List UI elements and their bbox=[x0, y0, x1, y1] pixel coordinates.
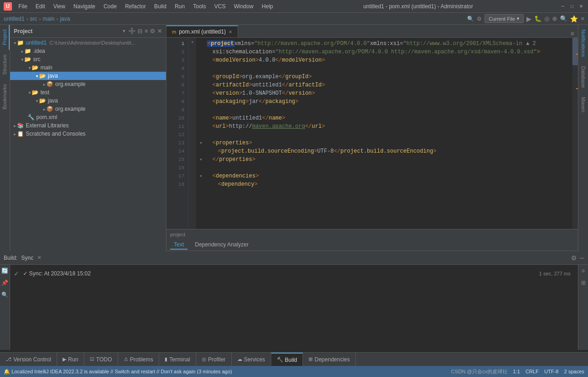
tree-item-java-test[interactable]: ▾ 📂 java bbox=[10, 97, 166, 105]
xml-tab-dep-analyzer[interactable]: Dependency Analyzer bbox=[191, 240, 252, 250]
footer-tab-version-control[interactable]: ⎇ Version Control bbox=[0, 353, 57, 366]
status-message[interactable]: 🔔 Localized IntelliJ IDEA 2022.3.2 is av… bbox=[4, 369, 355, 375]
tab-close-icon[interactable]: ✕ bbox=[228, 29, 232, 34]
status-indent[interactable]: 2 spaces bbox=[564, 369, 584, 374]
code-content[interactable]: <project xmlns="http://maven.apache.org/… bbox=[196, 38, 572, 229]
build-side-icons: 🔄 📌 🔍 bbox=[0, 265, 10, 350]
menu-item-code[interactable]: Code bbox=[100, 2, 120, 11]
tree-item-org-example-main[interactable]: ▸ 📦 org.example bbox=[10, 80, 166, 88]
search-icon[interactable]: 🔍 bbox=[467, 16, 474, 22]
sidebar-item-bookmarks[interactable]: Bookmarks bbox=[0, 80, 10, 114]
line-num-6: 6 bbox=[166, 81, 188, 89]
status-bar: 🔔 Localized IntelliJ IDEA 2022.3.2 is av… bbox=[0, 366, 588, 377]
panel-dropdown-icon[interactable]: ▾ bbox=[123, 28, 126, 34]
minimize-button[interactable]: ─ bbox=[559, 3, 566, 10]
scroll-indicator[interactable] bbox=[572, 38, 578, 229]
build-tab-close-icon[interactable]: ✕ bbox=[37, 255, 41, 261]
build-expand-icon[interactable]: ⊞ bbox=[580, 277, 587, 289]
tree-item-org-example-test[interactable]: ▸ 📦 org.example bbox=[10, 105, 166, 113]
build-filter-icon[interactable]: ≡ bbox=[580, 265, 586, 277]
footer-tab-profiler[interactable]: ◎ Profiler bbox=[196, 353, 232, 366]
tree-item-scratches[interactable]: ▸ 📋 Scratches and Consoles bbox=[10, 130, 166, 138]
status-charset[interactable]: UTF-8 bbox=[544, 369, 559, 374]
fold-icon-17[interactable]: ▾ bbox=[200, 173, 207, 179]
tree-item-idea[interactable]: ▸ 📁 .idea bbox=[10, 47, 166, 55]
tree-item-external-libraries[interactable]: ▸ 📚 External Libraries bbox=[10, 121, 166, 130]
tree-item-main[interactable]: ▾ 📂 main bbox=[10, 63, 166, 72]
tree-item-root[interactable]: ▾ 📁 untitled1 C:\Users\Administrator\Des… bbox=[10, 39, 166, 47]
menu-item-vcs[interactable]: VCS bbox=[211, 2, 229, 11]
terminal-icon: ▮ bbox=[165, 356, 167, 362]
menu-item-help[interactable]: Help bbox=[258, 2, 277, 11]
footer-tab-terminal[interactable]: ▮ Terminal bbox=[159, 353, 196, 366]
sidebar-tab-maven[interactable]: Maven bbox=[579, 92, 588, 117]
premium-icon[interactable]: ⭐ bbox=[570, 15, 578, 23]
fold-icon-13[interactable]: ▾ bbox=[200, 140, 207, 146]
menu-item-tools[interactable]: Tools bbox=[189, 2, 210, 11]
more-icon[interactable]: ≡ bbox=[581, 15, 584, 22]
fold-13[interactable]: ▾ bbox=[188, 38, 196, 46]
status-encoding[interactable]: CRLF bbox=[525, 369, 539, 374]
build-reload-icon[interactable]: 🔄 bbox=[0, 265, 10, 277]
breadcrumb-item-java[interactable]: java bbox=[60, 16, 70, 22]
menu-item-view[interactable]: View bbox=[50, 2, 69, 11]
menu-item-run[interactable]: Run bbox=[171, 2, 188, 11]
sidebar-tab-database[interactable]: Database bbox=[579, 62, 588, 92]
build-pin-icon[interactable]: 📌 bbox=[0, 277, 10, 289]
tabs-more-icon[interactable]: ≡ bbox=[567, 30, 578, 37]
editor-tab-pom[interactable]: m pom.xml (untitled1) ✕ bbox=[166, 25, 238, 37]
maximize-button[interactable]: □ bbox=[569, 3, 575, 10]
coverage-icon[interactable]: ⊕ bbox=[552, 15, 557, 22]
footer-tab-build[interactable]: 🔨 Build bbox=[271, 353, 303, 366]
tree-item-test[interactable]: ▾ 📂 test bbox=[10, 88, 166, 97]
build-settings-icon[interactable]: ⚙ bbox=[571, 254, 577, 262]
menu-item-window[interactable]: Window bbox=[230, 2, 257, 11]
find-icon[interactable]: 🔍 bbox=[560, 15, 567, 22]
tree-item-java-main[interactable]: ▾ 📂 java bbox=[10, 72, 166, 80]
menu-item-file[interactable]: File bbox=[15, 2, 31, 11]
panel-close-icon[interactable]: ✕ bbox=[157, 28, 162, 34]
breadcrumb-right: 🔍 ⚙ Current File ▾ ▶ 🐛 ◎ ⊕ 🔍 ⭐ ≡ bbox=[467, 14, 584, 23]
code-line-7: <version>1.0-SNAPSHOT</version> bbox=[200, 89, 569, 97]
sidebar-tab-notifications[interactable]: Notifications bbox=[579, 25, 588, 62]
current-file-button[interactable]: Current File ▾ bbox=[485, 14, 524, 23]
code-line-2: xsi:schemaLocation="http://maven.apache.… bbox=[200, 48, 569, 56]
line-num-18: 18 bbox=[166, 180, 188, 188]
xml-tab-text[interactable]: Text bbox=[170, 240, 188, 250]
tree-item-src[interactable]: ▾ 📂 src bbox=[10, 55, 166, 63]
panel-collapse-icon[interactable]: ≡ bbox=[144, 28, 148, 34]
menu-item-navigate[interactable]: Navigate bbox=[70, 2, 99, 11]
close-button[interactable]: ✕ bbox=[578, 3, 584, 10]
sidebar-item-project[interactable]: Project bbox=[0, 25, 10, 50]
debug-icon[interactable]: 🐛 bbox=[534, 15, 542, 22]
run-icon[interactable]: ▶ bbox=[526, 15, 531, 23]
build-right-icons: ≡ ⊞ bbox=[578, 265, 588, 350]
footer-tab-services[interactable]: ☁ Services bbox=[232, 353, 271, 366]
build-search-icon[interactable]: 🔍 bbox=[0, 289, 10, 301]
menu-item-edit[interactable]: Edit bbox=[32, 2, 49, 11]
build-tab-sync[interactable]: Sync bbox=[21, 255, 34, 261]
profile-icon[interactable]: ◎ bbox=[544, 15, 549, 22]
footer-tab-problems[interactable]: ⚠ Problems bbox=[118, 353, 160, 366]
status-position[interactable]: 1:1 bbox=[513, 369, 520, 374]
menu-item-build[interactable]: Build bbox=[150, 2, 170, 11]
breadcrumb-item-main[interactable]: main bbox=[43, 16, 55, 22]
settings-icon[interactable]: ⚙ bbox=[477, 16, 482, 22]
sidebar-item-structure[interactable]: Structure bbox=[0, 50, 10, 80]
footer-tab-todo[interactable]: ☑ TODO bbox=[84, 353, 118, 366]
breadcrumb-item-project[interactable]: untitled1 bbox=[4, 16, 24, 22]
tree-item-pom-xml[interactable]: 🔧 pom.xml bbox=[10, 113, 166, 121]
footer-tab-run[interactable]: ▶ Run bbox=[57, 353, 84, 366]
menu-item-refactor[interactable]: Refactor bbox=[121, 2, 149, 11]
panel-expand-icon[interactable]: ⊟ bbox=[137, 28, 143, 34]
code-line-12 bbox=[200, 131, 569, 139]
breadcrumb-item-src[interactable]: src bbox=[30, 16, 37, 22]
build-tab-icon: 🔨 bbox=[277, 357, 283, 363]
build-success-icon: ✓ bbox=[14, 270, 19, 277]
main-content: Project Structure Bookmarks Project ▾ ➕ … bbox=[0, 25, 588, 251]
panel-settings-icon[interactable]: ⚙ bbox=[150, 28, 155, 34]
panel-add-icon[interactable]: ➕ bbox=[128, 28, 136, 34]
build-minimize-icon[interactable]: ─ bbox=[580, 254, 584, 262]
fold-icon-15[interactable]: ▾ bbox=[200, 157, 207, 162]
footer-tab-dependencies[interactable]: ⊞ Dependencies bbox=[303, 353, 356, 366]
